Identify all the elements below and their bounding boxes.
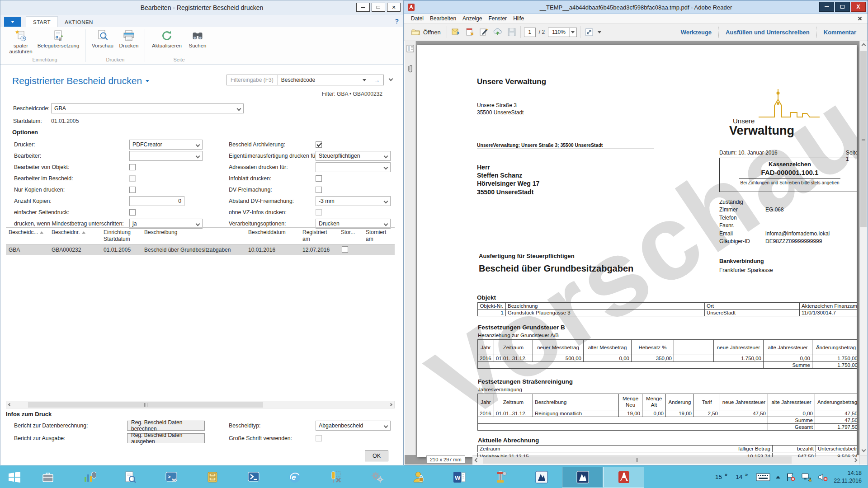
- scroll-down-icon[interactable]: [862, 448, 866, 452]
- filter-field-select[interactable]: Bescheidcode: [278, 77, 363, 83]
- fit-page-button[interactable]: [584, 27, 594, 38]
- aktualisieren-button[interactable]: Aktualisieren: [149, 28, 185, 50]
- maximize-button[interactable]: [372, 3, 385, 12]
- vertical-scrollbar[interactable]: [859, 41, 867, 455]
- tray-overflow-icon[interactable]: »: [725, 472, 727, 477]
- network-status-icon[interactable]: !: [801, 473, 812, 482]
- werkzeuge-link[interactable]: Werkzeuge: [674, 27, 718, 38]
- scroll-right-icon[interactable]: [389, 403, 392, 406]
- bericht-ausgabe-button[interactable]: Reg. Bescheid Daten ausgeben: [127, 433, 205, 443]
- taskbar-event-viewer[interactable]: [109, 467, 151, 488]
- tray-counter[interactable]: 15: [715, 474, 722, 480]
- taskbar-word[interactable]: W: [439, 467, 480, 488]
- taskbar-dynamics-nav-active[interactable]: [562, 467, 603, 488]
- menu-fenster[interactable]: Fenster: [485, 15, 510, 22]
- taskbar-adobe-reader-active[interactable]: [603, 467, 644, 488]
- nav-titlebar[interactable]: Bearbeiten - Registrierter Bescheid druc…: [0, 0, 403, 15]
- touch-keyboard-icon[interactable]: [756, 472, 770, 482]
- menu-hilfe[interactable]: Hilfe: [510, 15, 527, 22]
- filter-input[interactable]: Filtereingabe (F3): [227, 77, 277, 83]
- taskbar-monitoring-app[interactable]: [68, 467, 109, 488]
- minimize-button[interactable]: [819, 2, 834, 12]
- taskbar-powershell-ise[interactable]: >: [151, 467, 192, 488]
- taskbar-deployment-tool[interactable]: [480, 467, 521, 488]
- filter-expand-icon[interactable]: [389, 77, 393, 81]
- kommentar-link[interactable]: Kommentar: [816, 27, 863, 38]
- table-hscrollbar[interactable]: [6, 401, 395, 408]
- ok-button[interactable]: OK: [365, 450, 388, 461]
- tab-aktionen[interactable]: AKTIONEN: [58, 17, 100, 27]
- bescheidtyp-select[interactable]: Abgabenbescheid: [316, 421, 391, 431]
- drucker-select[interactable]: PDFCreator: [129, 140, 203, 150]
- taskbar-powershell[interactable]: [233, 467, 274, 488]
- table-header-row[interactable]: Bescheidc... Bescheidnr. Einrichtung Sta…: [6, 227, 395, 244]
- einfacher-seitendruck-checkbox[interactable]: [129, 209, 136, 216]
- action-center-flag-icon[interactable]: [786, 473, 796, 482]
- start-button[interactable]: [2, 467, 27, 488]
- bearbeiter-von-objekt-checkbox[interactable]: [129, 164, 136, 170]
- scroll-right-icon[interactable]: [853, 458, 858, 462]
- nur-kopien-checkbox[interactable]: [129, 187, 136, 193]
- taskbar-dynamics-nav[interactable]: [521, 467, 562, 488]
- scroll-left-icon[interactable]: [8, 403, 11, 406]
- zoom-dropdown-button[interactable]: [569, 28, 576, 37]
- send-file-button[interactable]: [492, 27, 503, 38]
- filter-box[interactable]: Filtereingabe (F3) Bescheidcode →: [226, 75, 384, 85]
- dv-freimachung-checkbox[interactable]: [316, 187, 322, 193]
- scrollbar-thumb[interactable]: [860, 51, 867, 227]
- app-menu-button[interactable]: [4, 17, 21, 27]
- menubar-close-icon[interactable]: [858, 16, 864, 21]
- create-pdf-button[interactable]: [464, 27, 475, 38]
- scroll-left-icon[interactable]: [475, 458, 479, 462]
- taskbar-user-security[interactable]: [397, 467, 439, 488]
- menu-anzeige[interactable]: Anzeige: [459, 15, 485, 22]
- tray-counter[interactable]: 14: [736, 474, 742, 480]
- spaeter-ausfuehren-button[interactable]: später ausführen: [8, 28, 34, 56]
- beleguebersetzung-button[interactable]: aä Belegübersetzung: [35, 28, 82, 50]
- infoblatt-checkbox[interactable]: [316, 175, 322, 182]
- eigentuemer-select[interactable]: Steuerpflichtigen: [316, 151, 391, 161]
- taskbar-clock[interactable]: 14:18 22.11.2016: [834, 469, 862, 485]
- close-button[interactable]: ✕: [387, 3, 401, 12]
- drucken-button[interactable]: Drucken: [117, 28, 141, 50]
- ausfuellen-link[interactable]: Ausfüllen und Unterschreiben: [718, 27, 816, 38]
- menu-datei[interactable]: Datei: [408, 15, 427, 22]
- tray-overflow-icon[interactable]: »: [745, 472, 748, 477]
- taskbar-services[interactable]: [356, 467, 397, 488]
- bericht-daten-button[interactable]: Reg. Bescheid Daten berechnen: [127, 421, 205, 431]
- tab-start[interactable]: START: [26, 16, 58, 27]
- show-hidden-icons-button[interactable]: [776, 476, 780, 479]
- storniert-checkbox[interactable]: [342, 246, 348, 253]
- page-number-input[interactable]: 1: [524, 28, 536, 37]
- close-button[interactable]: X: [851, 2, 866, 12]
- maximize-button[interactable]: [835, 2, 850, 12]
- bearbeiter-select[interactable]: [129, 151, 203, 161]
- menu-bearbeiten[interactable]: Bearbeiten: [427, 15, 459, 22]
- archivierung-checkbox[interactable]: [316, 141, 322, 148]
- adressaten-select[interactable]: [316, 162, 391, 172]
- toolbar-overflow-icon[interactable]: [598, 31, 601, 33]
- anzahl-kopien-input[interactable]: 0: [129, 196, 184, 206]
- help-icon[interactable]: ?: [395, 18, 399, 25]
- scroll-up-icon[interactable]: [862, 43, 866, 48]
- pdf-titlebar[interactable]: __TEMP__a4b44dbaaf6b45bead3cf598bfac08aa…: [404, 0, 868, 14]
- taskbar-internet-explorer[interactable]: e: [274, 467, 315, 488]
- open-button[interactable]: Öffnen: [409, 27, 443, 37]
- taskbar-remote-config-tool[interactable]: [315, 467, 356, 488]
- abstand-dv-select[interactable]: -3 mm: [316, 196, 391, 206]
- share-file-button[interactable]: [450, 27, 461, 38]
- page-thumbnails-icon[interactable]: [406, 45, 414, 52]
- vorschau-button[interactable]: Vorschau: [90, 28, 116, 50]
- sign-button[interactable]: [478, 27, 489, 38]
- pdf-page[interactable]: Vorschau Unsere Verwaltung Unsere Straße…: [417, 45, 857, 457]
- zoom-select[interactable]: 110%: [548, 28, 577, 37]
- bescheidcode-select[interactable]: GBA: [51, 103, 244, 113]
- attachments-paperclip-icon[interactable]: [407, 65, 413, 74]
- taskbar-server-manager[interactable]: [27, 467, 68, 488]
- scrollbar-thumb[interactable]: [483, 456, 792, 464]
- filter-go-button[interactable]: →: [370, 75, 383, 85]
- page-title[interactable]: Registrierter Bescheid drucken: [12, 75, 149, 86]
- suchen-button[interactable]: Suchen: [186, 28, 209, 50]
- taskbar-file-cabinet[interactable]: [192, 467, 233, 488]
- volume-muted-icon[interactable]: [817, 473, 828, 482]
